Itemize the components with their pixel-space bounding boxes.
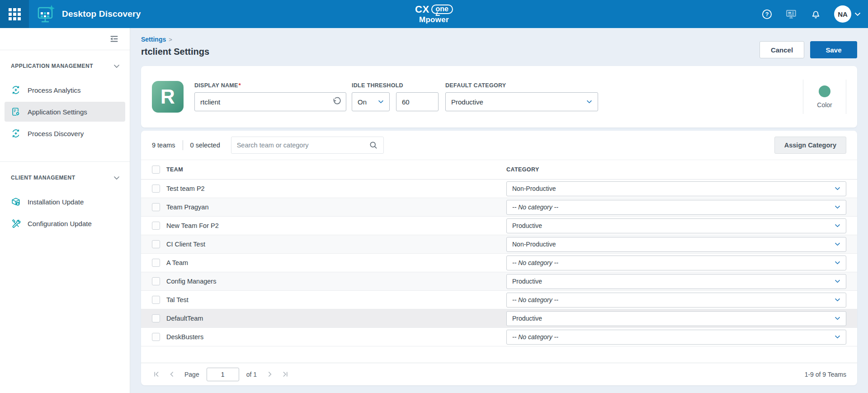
sidebar-item-installation-update[interactable]: Installation Update (5, 192, 125, 212)
desktop-discovery-icon (35, 4, 56, 24)
sidebar-item-label: Configuration Update (28, 220, 92, 227)
table-header-row: TEAM CATEGORY (141, 160, 857, 180)
section-header-client-management[interactable]: CLIENT MANAGEMENT (0, 172, 130, 184)
table-row: Team Pragyan -- No category -- (141, 198, 857, 217)
app-launcher-button[interactable] (0, 0, 29, 28)
chevron-down-icon (586, 100, 592, 104)
default-category-select[interactable]: Productive (445, 92, 598, 111)
row-checkbox[interactable] (152, 240, 160, 248)
collapse-sidebar-icon[interactable] (109, 34, 119, 44)
team-search (231, 137, 384, 154)
table-row: DeskBusters -- No category -- (141, 328, 857, 346)
main-content: Settings> rtclient Settings Cancel Save … (130, 28, 868, 393)
color-swatch[interactable] (819, 85, 830, 97)
color-picker-block: Color (803, 80, 846, 114)
first-page-button[interactable] (152, 370, 161, 379)
chevron-down-icon (835, 261, 840, 265)
assign-category-button[interactable]: Assign Category (774, 137, 846, 154)
grid-menu-icon (9, 8, 21, 20)
breadcrumb-settings-link[interactable]: Settings (141, 36, 166, 43)
user-menu[interactable]: NA (834, 5, 861, 23)
category-select[interactable]: -- No category -- (506, 256, 846, 270)
category-select[interactable]: Productive (506, 218, 846, 233)
category-value: -- No category -- (512, 259, 558, 266)
row-checkbox[interactable] (152, 314, 160, 322)
next-page-button[interactable] (265, 370, 274, 379)
cxone-mpower-logo: CX one Mpower (415, 4, 453, 24)
row-checkbox[interactable] (152, 259, 160, 267)
team-name: Config Managers (166, 278, 216, 285)
chevron-down-icon (113, 176, 120, 180)
required-asterisk: * (239, 82, 241, 89)
team-name: Tal Test (166, 296, 189, 303)
team-search-input[interactable] (237, 142, 369, 149)
category-value: -- No category -- (512, 296, 558, 303)
top-header: Desktop Discovery CX one Mpower ? (0, 0, 868, 28)
section-application-management: APPLICATION MANAGEMENT Process Analytics (0, 50, 130, 153)
category-select[interactable]: Non-Productive (506, 237, 846, 252)
chevron-down-icon (113, 64, 120, 68)
idle-threshold-group: IDLE THRESHOLD On (352, 82, 439, 111)
idle-threshold-toggle-select[interactable]: On (352, 92, 390, 111)
team-name: DefaultTeam (166, 315, 203, 322)
chevron-down-icon (835, 298, 840, 302)
cancel-button[interactable]: Cancel (760, 41, 804, 58)
process-analytics-icon (11, 85, 21, 95)
default-category-label: DEFAULT CATEGORY (445, 82, 598, 89)
sidebar-item-process-discovery[interactable]: Process Discovery (5, 123, 125, 143)
select-all-checkbox[interactable] (152, 166, 160, 174)
idle-threshold-label: IDLE THRESHOLD (352, 82, 439, 89)
chevron-down-icon (835, 205, 840, 209)
category-select[interactable]: Non-Productive (506, 181, 846, 196)
row-checkbox[interactable] (152, 296, 160, 304)
idle-threshold-seconds-input[interactable] (396, 92, 439, 111)
sidebar-item-process-analytics[interactable]: Process Analytics (5, 80, 125, 100)
team-name: DeskBusters (166, 333, 203, 341)
teams-count: 9 teams (152, 142, 175, 149)
section-header-application-management[interactable]: APPLICATION MANAGEMENT (0, 60, 130, 72)
row-checkbox[interactable] (152, 203, 160, 211)
pagination-bar: Page of 1 1-9 of 9 Teams (141, 363, 857, 385)
sidebar-item-label: Process Discovery (28, 130, 84, 137)
category-value: Productive (512, 222, 542, 229)
save-button[interactable]: Save (810, 41, 857, 58)
chevron-down-icon (835, 187, 840, 190)
team-name: A Team (166, 259, 188, 266)
section-client-management: CLIENT MANAGEMENT Installation U (0, 161, 130, 233)
sidebar: APPLICATION MANAGEMENT Process Analytics (0, 28, 130, 393)
reset-name-icon[interactable] (332, 97, 342, 107)
row-checkbox[interactable] (152, 185, 160, 193)
notifications-bell-icon[interactable] (810, 8, 821, 20)
sidebar-item-configuration-update[interactable]: Configuration Update (5, 213, 125, 233)
search-icon[interactable] (369, 141, 378, 150)
client-avatar: R (152, 81, 184, 113)
help-icon[interactable]: ? (761, 8, 773, 20)
category-select[interactable]: -- No category -- (506, 293, 846, 308)
category-select[interactable]: Productive (506, 274, 846, 289)
category-select[interactable]: -- No category -- (506, 200, 846, 215)
display-name-input[interactable] (194, 92, 346, 111)
app-title: Desktop Discovery (62, 9, 141, 19)
process-discovery-icon (11, 128, 21, 138)
category-select[interactable]: -- No category -- (506, 330, 846, 345)
presentation-icon[interactable] (785, 8, 797, 20)
page-number-input[interactable] (207, 368, 239, 381)
section-label: APPLICATION MANAGEMENT (11, 63, 93, 69)
client-settings-card: R DISPLAY NAME* IDLE THRESHOLD On (141, 66, 857, 128)
row-checkbox[interactable] (152, 333, 160, 341)
category-column-header: CATEGORY (506, 166, 539, 173)
configuration-update-icon (11, 218, 21, 228)
category-select[interactable]: Productive (506, 311, 846, 326)
user-avatar: NA (834, 5, 851, 23)
chevron-down-icon (378, 100, 384, 104)
last-page-button[interactable] (280, 370, 289, 379)
sidebar-item-application-settings[interactable]: Application Settings (5, 102, 125, 122)
row-checkbox[interactable] (152, 222, 160, 230)
category-value: -- No category -- (512, 333, 558, 341)
previous-page-button[interactable] (167, 370, 176, 379)
svg-text:?: ? (765, 11, 769, 17)
page-label: Page (184, 371, 199, 378)
team-name: CI Client Test (166, 241, 205, 248)
app-brand: Desktop Discovery (35, 4, 141, 24)
row-checkbox[interactable] (152, 277, 160, 285)
